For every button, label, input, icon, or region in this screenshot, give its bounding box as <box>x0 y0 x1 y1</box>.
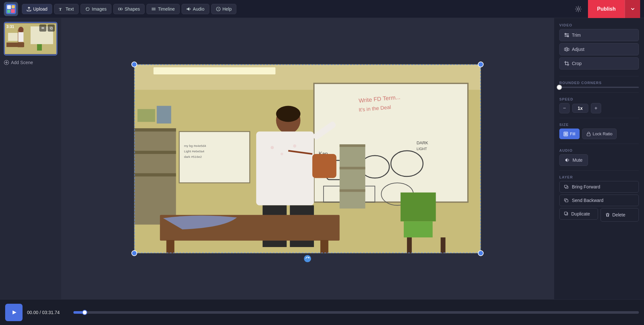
publish-dropdown-button[interactable] <box>625 0 640 18</box>
scene-thumbnail[interactable]: 3:31 <box>4 22 57 55</box>
svg-point-7 <box>87 8 87 9</box>
svg-rect-87 <box>587 134 590 136</box>
divider-1 <box>559 76 639 76</box>
play-button[interactable] <box>5 304 23 321</box>
svg-rect-93 <box>564 212 567 215</box>
svg-text:DARK: DARK <box>417 140 428 145</box>
svg-rect-28 <box>50 27 52 29</box>
svg-point-63 <box>270 146 274 149</box>
corner-handle-tr[interactable] <box>478 62 484 67</box>
speed-controls: − 1x + <box>559 103 639 113</box>
shapes-nav-button[interactable]: Shapes <box>113 4 145 14</box>
delete-label: Delete <box>612 212 625 217</box>
svg-rect-55 <box>134 173 176 176</box>
trim-button[interactable]: Trim <box>559 29 639 41</box>
rotate-handle[interactable] <box>304 255 311 262</box>
delete-button[interactable]: Delete <box>601 208 639 222</box>
scene-duration: 3:31 <box>6 24 14 29</box>
svg-rect-53 <box>134 128 176 131</box>
shapes-nav-label: Shapes <box>125 6 140 12</box>
rounded-corners-slider-row <box>559 87 639 88</box>
lock-ratio-button[interactable]: Lock Ratio <box>582 129 617 139</box>
add-scene-button[interactable]: Add Scene <box>4 59 57 66</box>
send-backward-button[interactable]: Send Backward <box>559 195 639 206</box>
fill-button[interactable]: Fill <box>559 129 580 139</box>
rounded-corners-slider[interactable] <box>559 87 639 88</box>
speed-minus-button[interactable]: − <box>559 103 570 113</box>
images-nav-label: Images <box>92 6 107 12</box>
video-frame[interactable]: Write FD Term... It's in the Deal Kap...… <box>134 64 481 254</box>
app-logo <box>4 2 18 16</box>
svg-point-6 <box>86 7 89 11</box>
svg-rect-74 <box>401 192 436 221</box>
main-area: 3:31 Add Scene <box>0 18 644 299</box>
trim-label: Trim <box>572 33 581 38</box>
corner-handle-br[interactable] <box>478 250 484 256</box>
scene-list-icon[interactable] <box>39 24 46 32</box>
rounded-corners-label: ROUNDED CORNERS <box>559 81 639 85</box>
mute-button[interactable]: Mute <box>559 154 588 166</box>
svg-text:?: ? <box>217 8 219 11</box>
svg-rect-84 <box>568 48 569 51</box>
svg-rect-75 <box>404 221 433 237</box>
svg-rect-23 <box>37 44 42 51</box>
svg-point-64 <box>280 153 283 155</box>
audio-nav-button[interactable]: Audio <box>182 4 209 14</box>
mute-label: Mute <box>573 158 582 163</box>
text-nav-label: Text <box>65 6 74 12</box>
settings-icon[interactable] <box>573 3 584 15</box>
rounded-corners-section: ROUNDED CORNERS <box>559 81 639 88</box>
svg-rect-73 <box>320 240 328 253</box>
layer-section: LAYER Bring Forward Send Backward Duplic… <box>559 175 639 222</box>
corner-handle-bl[interactable] <box>131 250 137 256</box>
divider-3 <box>559 118 639 118</box>
duplicate-delete-row: Duplicate Delete <box>559 208 639 222</box>
audio-section-label: AUDIO <box>559 148 639 152</box>
video-section: VIDEO Trim Adjust Crop <box>559 23 639 72</box>
scene-icon-group <box>39 24 55 32</box>
svg-rect-76 <box>407 237 412 253</box>
svg-point-20 <box>18 27 24 33</box>
svg-rect-57 <box>340 144 365 147</box>
bring-forward-button[interactable]: Bring Forward <box>559 181 639 193</box>
rounded-corners-thumb[interactable] <box>557 85 562 90</box>
text-nav-button[interactable]: T Text <box>54 4 79 14</box>
timeline-thumb[interactable] <box>82 310 87 315</box>
duplicate-label: Duplicate <box>571 211 590 216</box>
svg-rect-67 <box>312 154 336 178</box>
svg-rect-83 <box>566 47 567 51</box>
svg-rect-59 <box>340 189 365 192</box>
audio-nav-label: Audio <box>193 6 204 12</box>
timeline-nav-button[interactable]: Timeline <box>147 4 179 14</box>
corner-handle-tl[interactable] <box>131 62 137 67</box>
scene-copy-icon[interactable] <box>48 24 55 32</box>
svg-rect-22 <box>6 43 24 47</box>
duplicate-button[interactable]: Duplicate <box>559 208 598 220</box>
divider-5 <box>559 170 639 171</box>
audio-section: AUDIO Mute <box>559 148 639 166</box>
crop-button[interactable]: Crop <box>559 57 639 70</box>
help-nav-button[interactable]: ? Help <box>211 4 237 14</box>
time-display: 00.00 / 03:31.74 <box>27 310 69 315</box>
timeline-track[interactable] <box>73 311 639 314</box>
bring-forward-label: Bring Forward <box>572 184 600 189</box>
svg-text:dark #516e2: dark #516e2 <box>184 155 202 158</box>
svg-rect-1 <box>7 5 11 9</box>
timeline-nav-label: Timeline <box>158 6 175 12</box>
svg-point-65 <box>293 144 296 148</box>
svg-rect-72 <box>166 240 175 253</box>
publish-button[interactable]: Publish <box>588 0 625 18</box>
upload-button[interactable]: Upload <box>22 4 52 14</box>
svg-rect-4 <box>11 9 15 13</box>
svg-point-15 <box>577 8 580 10</box>
svg-rect-27 <box>51 27 52 29</box>
adjust-button[interactable]: Adjust <box>559 43 639 55</box>
total-time: 03:31.74 <box>42 310 60 315</box>
images-nav-button[interactable]: Images <box>80 4 111 14</box>
svg-point-9 <box>120 8 122 10</box>
timeline-bar: 00.00 / 03:31.74 <box>0 299 644 325</box>
svg-rect-62 <box>256 131 314 205</box>
svg-rect-8 <box>118 8 120 10</box>
speed-plus-button[interactable]: + <box>591 103 601 113</box>
video-section-label: VIDEO <box>559 23 639 27</box>
